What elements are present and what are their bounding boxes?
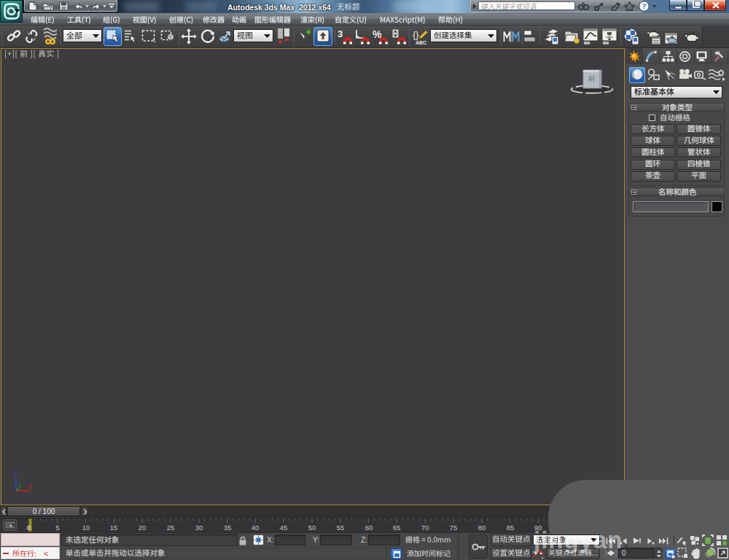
svg-text:{}: {} <box>413 29 419 40</box>
svg-text:X: X <box>28 483 33 491</box>
svg-text:3: 3 <box>338 28 343 39</box>
svg-text:ABC: ABC <box>416 40 426 45</box>
svg-text:?: ? <box>642 1 647 10</box>
svg-text:Z: Z <box>14 470 17 476</box>
